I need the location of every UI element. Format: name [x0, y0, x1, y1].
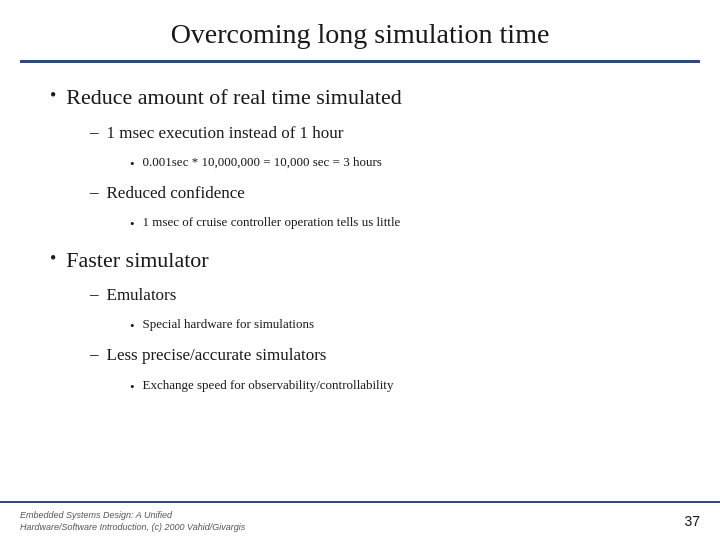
bullet-text-reduce: Reduce amount of real time simulated	[66, 83, 401, 112]
bullet-text-cruise: 1 msec of cruise controller operation te…	[143, 213, 401, 231]
bullet-l3-cruise: • 1 msec of cruise controller operation …	[130, 213, 670, 232]
bullet-l1-faster: • Faster simulator	[50, 246, 670, 275]
bullet-text-special-hw: Special hardware for simulations	[143, 315, 314, 333]
bullet-symbol-l3-2: •	[130, 216, 135, 232]
footer-line1: Embedded Systems Design: A Unified	[20, 510, 172, 520]
slide-footer: Embedded Systems Design: A Unified Hardw…	[0, 501, 720, 540]
slide: Overcoming long simulation time • Reduce…	[0, 0, 720, 540]
bullet-l1-reduce: • Reduce amount of real time simulated	[50, 83, 670, 112]
bullet-l3-exchange-speed: • Exchange speed for observability/contr…	[130, 376, 670, 395]
bullet-l3-special-hw: • Special hardware for simulations	[130, 315, 670, 334]
dash-3: –	[90, 284, 99, 304]
page-number: 37	[684, 513, 700, 529]
bullet-symbol-1: •	[50, 85, 56, 106]
bullet-l2-reduced-confidence: – Reduced confidence	[90, 182, 670, 204]
footer-line2: Hardware/Software Introduction, (c) 2000…	[20, 522, 245, 532]
bullet-symbol-2: •	[50, 248, 56, 269]
bullet-text-1msec: 1 msec execution instead of 1 hour	[107, 122, 344, 144]
bullet-l2-1msec: – 1 msec execution instead of 1 hour	[90, 122, 670, 144]
footer-citation: Embedded Systems Design: A Unified Hardw…	[20, 509, 245, 534]
dash-1: –	[90, 122, 99, 142]
dash-4: –	[90, 344, 99, 364]
bullet-l2-less-precise: – Less precise/accurate simulators	[90, 344, 670, 366]
bullet-text-0001sec: 0.001sec * 10,000,000 = 10,000 sec = 3 h…	[143, 153, 382, 171]
bullet-text-less-precise: Less precise/accurate simulators	[107, 344, 327, 366]
bullet-symbol-l3-1: •	[130, 156, 135, 172]
slide-title: Overcoming long simulation time	[0, 0, 720, 60]
slide-content: • Reduce amount of real time simulated –…	[0, 63, 720, 501]
bullet-symbol-l3-3: •	[130, 318, 135, 334]
bullet-text-emulators: Emulators	[107, 284, 177, 306]
bullet-text-faster: Faster simulator	[66, 246, 208, 275]
bullet-text-exchange-speed: Exchange speed for observability/control…	[143, 376, 394, 394]
dash-2: –	[90, 182, 99, 202]
bullet-l2-emulators: – Emulators	[90, 284, 670, 306]
bullet-text-reduced-confidence: Reduced confidence	[107, 182, 245, 204]
bullet-symbol-l3-4: •	[130, 379, 135, 395]
bullet-l3-0001sec: • 0.001sec * 10,000,000 = 10,000 sec = 3…	[130, 153, 670, 172]
